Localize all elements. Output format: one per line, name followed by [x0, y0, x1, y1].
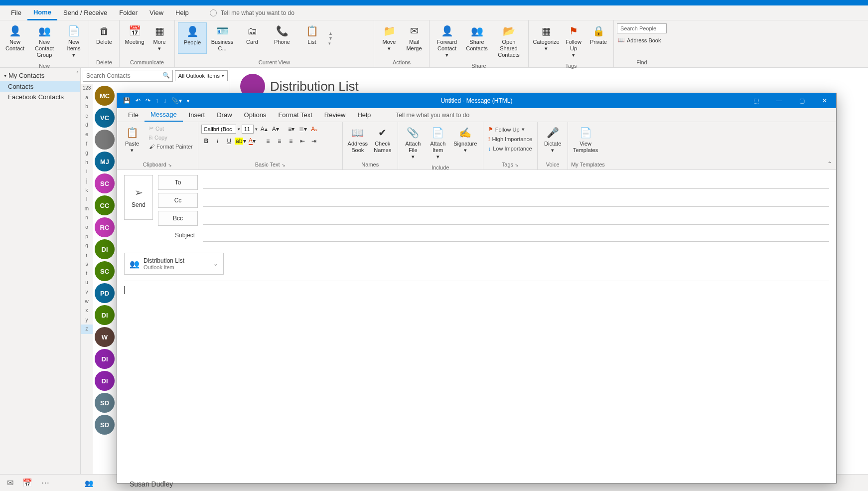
msg-tab-file[interactable]: File — [122, 109, 145, 121]
new-contact-group-button[interactable]: 👥New Contact Group — [28, 22, 61, 61]
copy-button[interactable]: ⎘Copy — [147, 134, 195, 142]
letter-j[interactable]: j — [81, 176, 93, 186]
contact-avatar[interactable]: SD — [95, 415, 115, 435]
msg-tab-message[interactable]: Message — [145, 108, 183, 122]
letter-c[interactable]: c — [81, 112, 93, 121]
dialog-launcher-icon[interactable]: ↘ — [168, 163, 172, 167]
letter-b[interactable]: b — [81, 102, 93, 112]
letter-a[interactable]: a — [81, 93, 93, 103]
contact-avatar[interactable]: DI — [95, 371, 115, 391]
cc-field[interactable] — [203, 194, 829, 207]
search-contacts-input[interactable] — [83, 70, 173, 82]
maximize-button[interactable]: ▢ — [790, 93, 813, 108]
letter-r[interactable]: r — [81, 251, 93, 260]
font-color-button[interactable]: A▾ — [247, 136, 257, 146]
contact-avatar[interactable]: SC — [95, 261, 115, 281]
underline-button[interactable]: U — [224, 136, 234, 146]
low-importance-button[interactable]: ↓Low Importance — [486, 145, 534, 153]
contact-avatar[interactable] — [95, 130, 115, 150]
to-button[interactable]: To — [158, 175, 198, 190]
msg-tab-format-text[interactable]: Format Text — [272, 109, 318, 121]
letter-d[interactable]: d — [81, 121, 93, 130]
nav-item-facebook[interactable]: Facebook Contacts — [0, 92, 80, 102]
letter-u[interactable]: u — [81, 278, 93, 288]
letter-h[interactable]: h — [81, 158, 93, 167]
shrink-font-button[interactable]: A▾ — [271, 124, 281, 134]
to-field[interactable] — [203, 176, 829, 189]
tab-file[interactable]: File — [5, 6, 27, 19]
nav-item-contacts[interactable]: Contacts — [0, 81, 80, 92]
delete-button[interactable]: 🗑Delete — [92, 22, 116, 47]
align-center-button[interactable]: ≡ — [275, 136, 285, 146]
address-book-button[interactable]: 📖Address Book — [346, 124, 370, 156]
letter-w[interactable]: w — [81, 297, 93, 307]
search-icon[interactable]: 🔍 — [162, 72, 170, 79]
letter-l[interactable]: l — [81, 195, 93, 204]
subject-field[interactable] — [203, 229, 829, 242]
prev-icon[interactable]: ↑ — [155, 97, 158, 104]
letter-y[interactable]: y — [81, 316, 93, 325]
letter-n[interactable]: n — [81, 213, 93, 223]
minimize-button[interactable]: — — [767, 93, 790, 108]
msg-tab-options[interactable]: Options — [238, 109, 273, 121]
letter-q[interactable]: q — [81, 241, 93, 251]
attachment-chip[interactable]: 👥 Distribution List Outlook item ⌄ — [124, 253, 224, 275]
tell-me-search[interactable]: Tell me what you want to do — [210, 9, 294, 16]
chevron-down-icon[interactable]: ▾ — [255, 127, 258, 132]
contact-avatar[interactable]: CC — [95, 195, 115, 215]
msg-tab-review[interactable]: Review — [318, 109, 352, 121]
view-card-button[interactable]: 🗂Card — [238, 22, 267, 54]
letter-i[interactable]: i — [81, 167, 93, 176]
contact-avatar[interactable]: VC — [95, 108, 115, 128]
view-phone-button[interactable]: 📞Phone — [268, 22, 296, 54]
more-button[interactable]: ▦More ▾ — [147, 22, 171, 54]
follow-up-button[interactable]: ⚑Follow Up ▾ — [562, 22, 585, 61]
message-body[interactable] — [124, 281, 829, 480]
attach-qat-icon[interactable]: 📎▾ — [171, 97, 182, 104]
more-views-icon[interactable]: ⋯ — [41, 478, 49, 488]
format-painter-button[interactable]: 🖌Format Painter — [147, 143, 195, 151]
chevron-down-icon[interactable]: ⌄ — [213, 260, 218, 267]
tab-home[interactable]: Home — [27, 5, 57, 20]
collapse-ribbon-button[interactable]: ⌃ — [827, 161, 832, 167]
bcc-button[interactable]: Bcc — [158, 211, 198, 226]
forward-contact-button[interactable]: 👤Forward Contact ▾ — [433, 22, 461, 61]
attach-file-button[interactable]: 📎Attach File ▾ — [401, 124, 425, 163]
highlight-button[interactable]: ab▾ — [236, 136, 246, 146]
font-name-box[interactable] — [201, 125, 236, 134]
cut-button[interactable]: ✂Cut — [147, 124, 195, 133]
numbering-button[interactable]: ≣▾ — [298, 124, 308, 134]
letter-m[interactable]: m — [81, 204, 93, 214]
letter-v[interactable]: v — [81, 288, 93, 297]
contact-avatar[interactable]: SC — [95, 173, 115, 193]
new-items-button[interactable]: 📄New Items ▾ — [62, 22, 86, 61]
letter-k[interactable]: k — [81, 186, 93, 195]
msg-tab-help[interactable]: Help — [351, 109, 377, 121]
mail-merge-button[interactable]: ✉Mail Merge — [402, 22, 426, 54]
view-templates-button[interactable]: 📄View Templates — [571, 124, 600, 156]
dictate-button[interactable]: 🎤Dictate ▾ — [541, 124, 565, 156]
letter-s[interactable]: s — [81, 260, 93, 269]
search-people-input[interactable] — [617, 23, 667, 33]
font-size-box[interactable] — [242, 125, 254, 134]
save-icon[interactable]: 💾 — [123, 97, 131, 104]
italic-button[interactable]: I — [213, 136, 223, 146]
tab-send-receive[interactable]: Send / Receive — [57, 6, 113, 19]
close-button[interactable]: ✕ — [813, 93, 836, 108]
cc-button[interactable]: Cc — [158, 193, 198, 208]
tab-folder[interactable]: Folder — [113, 6, 144, 19]
bold-button[interactable]: B — [201, 136, 211, 146]
increase-indent-button[interactable]: ⇥ — [309, 136, 319, 146]
bcc-field[interactable] — [203, 212, 829, 225]
next-icon[interactable]: ↓ — [163, 97, 166, 104]
gallery-down-icon[interactable]: ▼ — [328, 36, 333, 41]
nav-my-contacts[interactable]: ▾ My Contacts — [0, 70, 80, 81]
msg-tab-insert[interactable]: Insert — [183, 109, 211, 121]
gallery-more-icon[interactable]: ▾ — [328, 41, 333, 46]
msg-tell-me[interactable]: Tell me what you want to do — [392, 112, 469, 119]
letter-f[interactable]: f — [81, 140, 93, 149]
undo-icon[interactable]: ↶ — [136, 97, 141, 104]
gallery-up-icon[interactable]: ▲ — [328, 31, 333, 36]
dialog-launcher-icon[interactable]: ↘ — [515, 163, 519, 167]
calendar-view-icon[interactable]: 📅 — [22, 478, 32, 488]
